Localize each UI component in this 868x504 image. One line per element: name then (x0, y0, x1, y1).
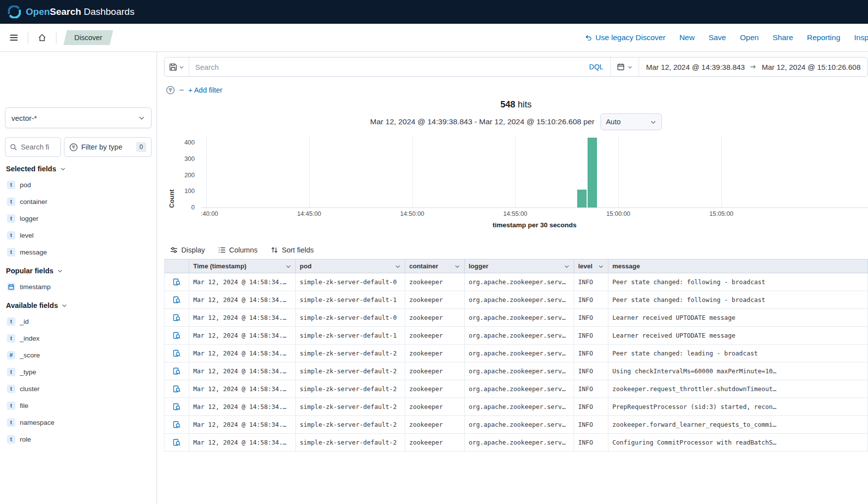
column-header-container[interactable]: container (405, 259, 465, 273)
field-item-cluster[interactable]: tcluster (5, 382, 152, 396)
field-name: _index (20, 335, 40, 342)
menu-button[interactable] (4, 28, 24, 48)
column-header-message[interactable]: message (608, 259, 868, 273)
interval-select[interactable]: Auto (600, 113, 662, 130)
y-axis-label: Count (168, 136, 175, 208)
column-header-time-timestamp[interactable]: Time (timestamp) (189, 259, 296, 273)
column-header-logger[interactable]: logger (465, 259, 574, 273)
inspect-document-icon[interactable] (173, 403, 181, 411)
cell-time: Mar 12, 2024 @ 14:58:34.… (189, 309, 296, 326)
cell-message: Learner received UPTODATE message (608, 309, 868, 326)
cell-pod: simple-zk-server-default-2 (296, 416, 405, 433)
date-to[interactable]: Mar 12, 2024 @ 15:10:26.608 (761, 63, 861, 71)
cell-logger: org.apache.zookeeper.serv… (465, 398, 574, 415)
section-header-available-fields[interactable]: Available fields (6, 302, 152, 309)
field-name: role (20, 436, 31, 443)
search-input[interactable] (191, 63, 580, 71)
field-item-score[interactable]: #_score (5, 348, 152, 362)
cell-level: INFO (574, 345, 608, 362)
table-row: Mar 12, 2024 @ 14:58:34.…simple-zk-serve… (164, 398, 868, 416)
chevron-down-icon (179, 64, 184, 70)
nav-action-reporting[interactable]: Reporting (807, 33, 840, 42)
field-search-input[interactable]: Search fi (5, 137, 61, 157)
section-header-selected-fields[interactable]: Selected fields (6, 165, 152, 173)
field-item-pod[interactable]: tpod (5, 178, 152, 192)
toolbar-columns-button[interactable]: Columns (218, 246, 258, 254)
field-item-role[interactable]: trole (5, 432, 152, 446)
field-item-container[interactable]: tcontainer (5, 195, 152, 208)
field-item-message[interactable]: tmessage (5, 245, 152, 259)
table-header: Time (timestamp)podcontainerloggerlevelm… (164, 259, 868, 273)
chevron-down-icon (285, 263, 291, 269)
column-header-level[interactable]: level (574, 259, 608, 273)
nav-action-new[interactable]: New (679, 33, 695, 42)
field-type-date-icon (7, 283, 15, 291)
section-header-popular-fields[interactable]: Popular fields (6, 267, 152, 275)
inspect-document-icon[interactable] (173, 421, 181, 429)
expand-cell (164, 416, 189, 433)
query-language-button[interactable]: DQL (582, 63, 610, 71)
nav-action-share[interactable]: Share (772, 33, 793, 42)
nav-action-save[interactable]: Save (708, 33, 726, 42)
chevron-down-icon (138, 114, 145, 121)
inspect-document-icon[interactable] (173, 296, 181, 304)
calendar-icon (617, 63, 625, 71)
table-body: Mar 12, 2024 @ 14:58:34.…simple-zk-serve… (164, 273, 868, 452)
inspect-document-icon[interactable] (173, 332, 181, 340)
filter-by-type-button[interactable]: Filter by type 0 (64, 137, 152, 157)
inspect-document-icon[interactable] (173, 350, 181, 357)
cell-logger: org.apache.zookeeper.serv… (465, 291, 574, 308)
histogram-bar[interactable] (577, 190, 587, 207)
field-item-type[interactable]: t_type (5, 365, 152, 379)
inspect-document-icon[interactable] (173, 278, 181, 286)
chevron-down-icon (564, 263, 570, 269)
histogram-bar[interactable] (588, 138, 597, 207)
field-item-timestamp[interactable]: timestamp (5, 280, 152, 294)
cell-pod: simple-zk-server-default-2 (296, 362, 405, 380)
inspect-document-icon[interactable] (173, 439, 181, 447)
index-pattern-select[interactable]: vector-* (5, 107, 152, 128)
toolbar-button-label: Columns (229, 246, 258, 254)
field-item-file[interactable]: tfile (5, 399, 152, 412)
query-bar: DQL Mar 12, 2024 @ 14:39:38.843 Mar 12, … (164, 57, 868, 77)
table-row: Mar 12, 2024 @ 14:58:34.…simple-zk-serve… (164, 291, 868, 309)
nav-action-use-legacy-discover[interactable]: Use legacy Discover (585, 33, 665, 42)
inspect-document-icon[interactable] (173, 367, 181, 375)
inspect-document-icon[interactable] (173, 314, 181, 322)
field-item-logger[interactable]: tlogger (5, 211, 152, 225)
cell-container: zookeeper (405, 345, 465, 362)
y-tick-label: 0 (191, 204, 195, 211)
column-header-pod[interactable]: pod (296, 259, 405, 273)
field-item-index[interactable]: t_index (5, 331, 152, 345)
nav-action-inspect[interactable]: Inspect (854, 33, 868, 42)
field-item-id[interactable]: t_id (5, 314, 152, 328)
cell-time: Mar 12, 2024 @ 14:58:34.… (189, 291, 296, 308)
saved-query-button[interactable] (164, 57, 189, 76)
toolbar-button-label: Display (181, 246, 205, 254)
toolbar-display-button[interactable]: Display (170, 246, 205, 254)
field-item-namespace[interactable]: tnamespace (5, 415, 152, 429)
toolbar-sort-fields-button[interactable]: Sort fields (271, 246, 314, 254)
cell-container: zookeeper (405, 416, 465, 433)
cell-pod: simple-zk-server-default-0 (296, 273, 405, 291)
inspect-document-icon[interactable] (173, 385, 181, 393)
date-picker-button[interactable] (610, 57, 639, 76)
cell-logger: org.apache.zookeeper.serv… (465, 273, 574, 291)
add-filter-button[interactable]: + Add filter (188, 86, 222, 94)
time-range-row: Mar 12, 2024 @ 14:39:38.843 - Mar 12, 20… (164, 113, 868, 130)
section-title: Available fields (6, 302, 58, 309)
field-item-level[interactable]: tlevel (5, 228, 152, 242)
home-button[interactable] (32, 28, 52, 48)
date-from[interactable]: Mar 12, 2024 @ 14:39:38.843 (646, 63, 745, 71)
table-row: Mar 12, 2024 @ 14:58:34.…simple-zk-serve… (164, 327, 868, 345)
cell-level: INFO (574, 362, 608, 380)
field-type-string-icon: t (7, 368, 15, 376)
cell-message: Peer state changed: following - broadcas… (608, 273, 868, 291)
cell-level: INFO (574, 398, 608, 415)
nav-action-open[interactable]: Open (740, 33, 759, 42)
filter-icon (69, 143, 78, 151)
cell-level: INFO (574, 291, 608, 308)
filter-icon[interactable] (166, 86, 175, 95)
grid-toolbar: DisplayColumnsSort fields (164, 241, 868, 259)
breadcrumb-discover[interactable]: Discover (63, 30, 113, 45)
